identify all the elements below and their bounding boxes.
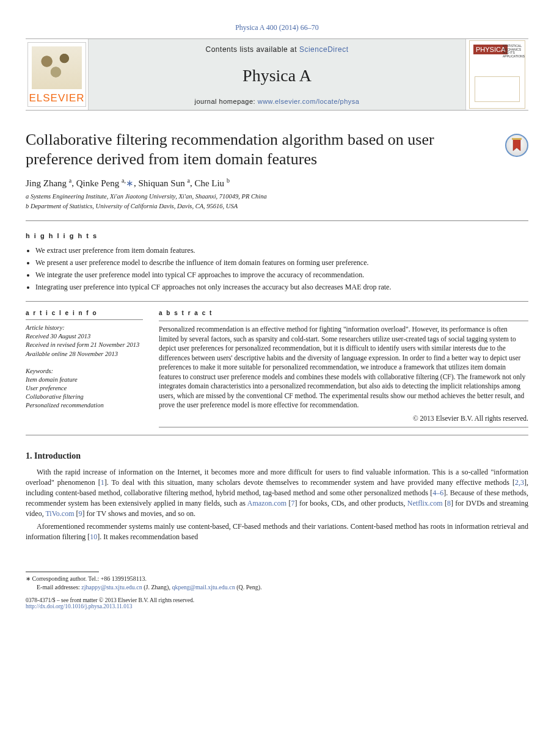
horizontal-rule	[26, 435, 528, 435]
keywords-label: Keywords:	[26, 368, 53, 374]
info-abstract-row: a r t i c l e i n f o Article history: R…	[26, 309, 528, 428]
doi-link[interactable]: http://dx.doi.org/10.1016/j.physa.2013.1…	[26, 603, 132, 609]
email-footnote: E-mail addresses: zjhappy@stu.xjtu.edu.c…	[26, 583, 528, 592]
keyword-item: User preference	[26, 384, 143, 393]
email-label: E-mail addresses:	[37, 584, 81, 591]
svg-rect-0	[512, 138, 522, 140]
elsevier-wordmark: ELSEVIER	[28, 92, 86, 104]
journal-banner: ELSEVIER Contents lists available at Sci…	[26, 38, 528, 111]
article-history: Article history: Received 30 August 2013…	[26, 324, 143, 358]
author-email-1[interactable]: zjhappy@stu.xjtu.edu.cn	[81, 584, 142, 591]
keywords-list: Item domain feature User preference Coll…	[26, 376, 143, 410]
highlight-item: We extract user preference from item dom…	[35, 245, 528, 255]
crossmark-badge[interactable]	[505, 134, 528, 157]
tivo-link[interactable]: TiVo.com	[45, 509, 74, 518]
history-line: Received in revised form 21 November 201…	[26, 341, 143, 349]
section-1-heading: 1. Introduction	[26, 451, 528, 461]
contents-lists-prefix: Contents lists available at	[206, 45, 299, 54]
article-title: Collaborative filtering recommendation a…	[26, 130, 493, 169]
amazon-link[interactable]: Amazon.com	[247, 499, 286, 507]
corresponding-author-footnote: ∗ Corresponding author. Tel.: +86 139919…	[26, 575, 528, 583]
ref-2-3-link[interactable]: 2,3	[515, 478, 524, 487]
bookmark-icon	[511, 137, 523, 153]
contents-lists-line: Contents lists available at ScienceDirec…	[89, 45, 465, 54]
netflix-link[interactable]: Netflix.com	[407, 499, 443, 507]
highlight-item: We present a user preference model to de…	[35, 258, 528, 267]
highlights-list: We extract user preference from item dom…	[26, 245, 528, 293]
journal-homepage-line: journal homepage: www.elsevier.com/locat…	[89, 98, 465, 105]
footnote-text: Corresponding author. Tel.: +86 13991958…	[32, 575, 147, 582]
keyword-item: Item domain feature	[26, 376, 143, 384]
affiliation-b: b Department of Statistics, University o…	[26, 202, 528, 211]
article-info-column: a r t i c l e i n f o Article history: R…	[26, 309, 143, 428]
highlight-item: Integrating user preference into typical…	[35, 282, 528, 292]
cover-subtitle: STATISTICAL MECHANICS AND ITS APPLICATIO…	[503, 45, 525, 58]
abstract-copyright: © 2013 Elsevier B.V. All rights reserved…	[159, 414, 528, 424]
banner-center: Contents lists available at ScienceDirec…	[88, 39, 466, 110]
section-number: 1.	[26, 451, 32, 460]
abstract-heading: a b s t r a c t	[159, 309, 528, 318]
ref-10-link[interactable]: 10	[90, 532, 97, 541]
journal-cover-thumbnail[interactable]: STATISTICAL MECHANICS AND ITS APPLICATIO…	[469, 40, 525, 109]
title-row: Collaborative filtering recommendation a…	[26, 130, 528, 169]
article-info-heading: a r t i c l e i n f o	[26, 309, 143, 318]
elsevier-logo[interactable]: ELSEVIER	[27, 42, 86, 107]
history-line: Received 30 August 2013	[26, 332, 143, 341]
keywords-heading: Keywords:	[26, 367, 143, 376]
intro-text: ] for TV shows and movies, and so on.	[82, 509, 195, 518]
citation-link[interactable]: Physica A 400 (2014) 66–70	[235, 23, 319, 32]
abstract-body: Personalized recommendation is an effect…	[159, 325, 528, 410]
section-title: Introduction	[34, 451, 81, 460]
horizontal-rule	[26, 319, 143, 320]
horizontal-rule	[26, 301, 528, 302]
highlight-item: We integrate the user preference model i…	[35, 270, 528, 280]
homepage-prefix: journal homepage:	[195, 98, 258, 105]
intro-text: [	[443, 499, 447, 507]
page-root: Physica A 400 (2014) 66–70 ELSEVIER Cont…	[0, 0, 554, 624]
intro-text: ]. It makes recommendation based	[97, 532, 198, 541]
bottom-copyright-line: 0378-4371/$ – see front matter © 2013 El…	[26, 597, 528, 609]
highlights-heading: h i g h l i g h t s	[26, 232, 528, 239]
history-line: Article history:	[26, 324, 143, 332]
journal-homepage-link[interactable]: www.elsevier.com/locate/physa	[258, 98, 360, 105]
highlights-section: h i g h l i g h t s We extract user pref…	[26, 232, 528, 293]
intro-paragraph-2: Aforementioned recommender systems mainl…	[26, 522, 528, 542]
keyword-item: Collaborative filtering	[26, 393, 143, 401]
intro-paragraph-1: With the rapid increase of information o…	[26, 467, 528, 519]
front-matter-line: 0378-4371/$ – see front matter © 2013 El…	[26, 597, 528, 603]
sciencedirect-link[interactable]: ScienceDirect	[299, 45, 349, 54]
email-suffix: (J. Zhang),	[142, 584, 172, 591]
affiliations: a Systems Engineering Institute, Xi'an J…	[26, 192, 528, 210]
horizontal-rule	[159, 427, 528, 427]
history-line: Available online 28 November 2013	[26, 350, 143, 358]
journal-cover-area: STATISTICAL MECHANICS AND ITS APPLICATIO…	[466, 39, 528, 110]
intro-text: ]. To deal with this situation, many sch…	[104, 478, 515, 487]
abstract-column: a b s t r a c t Personalized recommendat…	[159, 309, 528, 428]
horizontal-rule	[26, 220, 528, 221]
author-email-2[interactable]: qkpeng@mail.xjtu.edu.cn	[172, 584, 235, 591]
header-citation: Physica A 400 (2014) 66–70	[26, 23, 528, 32]
publisher-logo-area: ELSEVIER	[26, 39, 88, 110]
keyword-item: Personalized recommendation	[26, 401, 143, 410]
ref-4-6-link[interactable]: 4–6	[432, 489, 443, 497]
journal-name: Physica A	[89, 66, 465, 85]
affiliation-a: a Systems Engineering Institute, Xi'an J…	[26, 192, 528, 201]
footnote-marker: ∗	[26, 575, 32, 582]
footnotes: ∗ Corresponding author. Tel.: +86 139919…	[26, 572, 528, 591]
email-suffix: (Q. Peng).	[235, 584, 262, 591]
horizontal-rule	[159, 321, 528, 321]
intro-text: ] for books, CDs, and other products,	[294, 499, 407, 507]
authors-line: Jing Zhang a, Qinke Peng a,∗, Shiquan Su…	[26, 177, 528, 189]
